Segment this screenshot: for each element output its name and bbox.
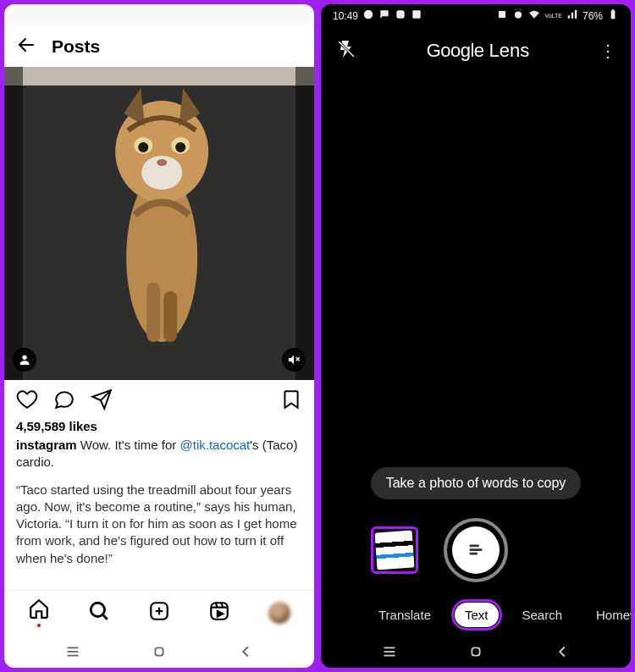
like-icon[interactable] [16, 388, 38, 414]
svg-rect-11 [146, 283, 160, 342]
nav-reels-icon[interactable] [208, 600, 230, 625]
sys-back-icon[interactable] [553, 642, 572, 661]
brand-google: Google [427, 40, 484, 62]
nav-profile-avatar[interactable] [268, 602, 290, 624]
wifi-icon [528, 8, 540, 23]
lens-controls [321, 518, 631, 599]
android-system-nav-right [321, 634, 631, 668]
svg-line-19 [103, 614, 108, 619]
svg-rect-12 [163, 291, 177, 342]
caption-mention[interactable]: @tik.tacocat [179, 438, 250, 452]
left-statusbar-blurred [4, 4, 314, 26]
google-lens-brand: Google Lens [427, 40, 530, 62]
chat-icon [378, 8, 390, 23]
lens-mode-selector[interactable]: Translate Text Search Homew [321, 599, 631, 634]
instagram-phone: Posts [4, 4, 314, 668]
svg-rect-46 [472, 647, 479, 655]
right-statusbar: 10:49 VoLTE 76% [321, 4, 631, 27]
page-title: Posts [52, 36, 100, 57]
svg-rect-40 [612, 9, 614, 10]
svg-rect-35 [499, 11, 505, 18]
svg-point-32 [364, 10, 373, 19]
svg-point-36 [515, 12, 522, 19]
battery-icon [607, 8, 619, 23]
svg-rect-39 [611, 10, 616, 19]
sys-back-icon[interactable] [236, 642, 255, 661]
svg-point-10 [157, 159, 167, 166]
nfc-icon [496, 8, 508, 23]
image-notif-icon [411, 8, 422, 23]
sys-home-icon[interactable] [150, 642, 168, 661]
more-menu-icon[interactable]: ⋮ [599, 41, 616, 61]
camera-viewfinder[interactable] [321, 74, 631, 467]
cat-graphic [94, 80, 229, 359]
mode-homework[interactable]: Homew [586, 603, 631, 627]
likes-count[interactable]: 4,59,589 likes [4, 419, 314, 433]
nav-home-icon[interactable] [28, 598, 50, 627]
save-bookmark-icon[interactable] [280, 388, 302, 414]
gallery-thumbnail-button[interactable] [371, 526, 418, 574]
svg-rect-31 [155, 647, 163, 655]
comment-icon[interactable] [53, 388, 75, 414]
shutter-button[interactable] [444, 518, 508, 582]
flash-off-icon[interactable] [336, 39, 356, 63]
post-quote: “Taco started using the treadmill about … [4, 471, 314, 567]
post-caption: instagram Wow. It's time for @tik.tacoca… [4, 433, 314, 471]
sys-recents-icon[interactable] [64, 642, 82, 661]
sys-recents-icon[interactable] [380, 642, 399, 661]
sys-home-icon[interactable] [467, 642, 485, 661]
alarm-icon [512, 8, 524, 23]
nav-new-post-icon[interactable] [148, 600, 170, 625]
post-image[interactable] [4, 67, 314, 380]
svg-rect-34 [412, 10, 420, 18]
svg-rect-33 [396, 10, 404, 18]
google-lens-phone: 10:49 VoLTE 76% Google Lens ⋮ Take a pho… [321, 4, 631, 668]
svg-point-18 [91, 603, 104, 616]
status-time: 10:49 [333, 10, 358, 22]
share-icon[interactable] [91, 388, 113, 414]
brand-lens: Lens [489, 40, 530, 62]
back-arrow-icon[interactable] [16, 35, 36, 58]
whatsapp-icon [362, 8, 374, 23]
caption-username[interactable]: instagram [16, 438, 77, 452]
android-system-nav-left [4, 634, 314, 668]
svg-point-7 [138, 142, 148, 152]
svg-line-37 [515, 9, 516, 11]
mode-text[interactable]: Text [455, 603, 499, 627]
caption-text-1: Wow. It's time for [77, 438, 180, 452]
svg-line-38 [521, 9, 522, 11]
svg-point-8 [175, 142, 185, 152]
svg-point-13 [22, 355, 26, 360]
hint-pill: Take a photo of words to copy [371, 467, 582, 499]
signal-icon [566, 8, 578, 23]
instagram-notif-icon [395, 8, 406, 23]
mode-search[interactable]: Search [512, 603, 573, 627]
svg-marker-27 [218, 611, 224, 617]
volte-icon: VoLTE [544, 13, 562, 19]
posts-header: Posts [4, 26, 314, 67]
tagged-people-icon[interactable] [13, 348, 36, 372]
lens-header: Google Lens ⋮ [321, 27, 631, 74]
muted-audio-icon[interactable] [282, 348, 306, 372]
battery-percent: 76% [583, 10, 603, 22]
instagram-bottom-nav [4, 590, 314, 634]
post-action-row [4, 380, 314, 419]
mode-translate[interactable]: Translate [368, 603, 441, 627]
nav-search-icon[interactable] [88, 600, 110, 625]
